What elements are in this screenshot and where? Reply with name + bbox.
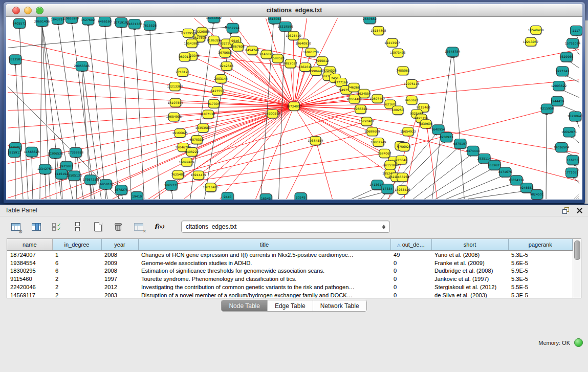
minimize-window-button[interactable] xyxy=(24,7,32,14)
new-table-icon[interactable] xyxy=(91,221,104,233)
table-row[interactable]: 1456911722003Disruption of a novel membe… xyxy=(7,291,573,298)
scrollbar-thumb[interactable] xyxy=(574,240,580,260)
graph-node-label: 12213967 xyxy=(384,41,400,45)
memory-ok-indicator-icon xyxy=(574,338,583,347)
table-row[interactable]: 911546021997Tourette syndrome. Phenomeno… xyxy=(7,275,573,283)
dropdown-stepper-icon xyxy=(382,225,385,229)
graph-node-label: 9839695 xyxy=(419,122,433,125)
graph-node-label: 989013 xyxy=(179,55,190,58)
tab-node-table[interactable]: Node Table xyxy=(222,300,268,311)
sort-ascending-icon: △ xyxy=(397,243,401,248)
table-vertical-scrollbar[interactable] xyxy=(573,239,581,298)
graph-node-label: 8912955 xyxy=(181,31,195,35)
graph-node-label: 8186328 xyxy=(207,38,221,42)
graph-node-label: 8267130 xyxy=(201,112,215,116)
float-panel-icon[interactable] xyxy=(562,207,569,214)
cytoscape-app: citations_edges.txt 940557 xyxy=(0,0,588,372)
graph-node-label: 16958107 xyxy=(98,182,114,186)
network-desktop: citations_edges.txt 940557 xyxy=(0,0,588,205)
graph-node-label: 1640954 xyxy=(431,127,445,131)
graph-node-label: 16154808 xyxy=(371,29,386,32)
graph-node-label: 16033809 xyxy=(206,17,222,19)
graph-node-label: 15720407 xyxy=(359,119,375,123)
table-row[interactable]: 2242004622012Investigating the contribut… xyxy=(7,283,573,291)
graph-node-label: 8958923 xyxy=(440,135,453,139)
graph-node-label: 2803144 xyxy=(214,77,228,80)
graph-node-label: 20053346 xyxy=(74,64,90,68)
graph-node-label: 17334 xyxy=(383,187,393,190)
graph-node-label: 18300295 xyxy=(265,112,280,115)
close-window-button[interactable] xyxy=(12,7,20,14)
window-resize-grip[interactable] xyxy=(574,193,579,199)
graph-node-label: 18724007 xyxy=(286,104,302,108)
table-settings-icon[interactable]: ⚙ xyxy=(9,221,23,233)
graph-node-label: 18107554 xyxy=(167,101,183,104)
graph-node-label: 2867608 xyxy=(231,45,245,49)
network-window-titlebar[interactable]: citations_edges.txt xyxy=(6,4,582,17)
graph-node-label: 2935114 xyxy=(477,157,491,160)
graph-node-label: 1615182 xyxy=(383,163,397,167)
graph-node-label: 16099489 xyxy=(179,160,194,164)
graph-node-label: 11568628 xyxy=(24,150,40,154)
graph-node-label: 3684067 xyxy=(378,151,391,155)
network-view-window[interactable]: citations_edges.txt 940557 xyxy=(4,2,585,203)
graph-node-label: 15692971 xyxy=(561,130,577,134)
column-header-name[interactable]: name xyxy=(7,239,52,251)
column-header-pagerank[interactable]: pagerank xyxy=(508,239,573,251)
graph-node-label: 15654923 xyxy=(400,129,416,133)
graph-node-label: 9498222 xyxy=(185,150,199,154)
graph-node-label: 9440 xyxy=(224,195,231,199)
desktop-right-strip xyxy=(584,20,588,204)
column-visibility-icon[interactable] xyxy=(30,221,43,233)
graph-node-label: 116753 xyxy=(567,158,579,162)
table-row[interactable]: 1830029562008Estimation of significance … xyxy=(7,267,573,275)
graph-node-label: 9546 xyxy=(231,39,239,42)
graph-node-label: 9865771 xyxy=(164,183,178,187)
graph-node-label: 975646 xyxy=(396,158,407,162)
graph-node-label: 1244419 xyxy=(551,99,564,103)
graph-node-label: 16545 xyxy=(261,196,271,200)
graph-node-label: 9495756 xyxy=(415,116,428,120)
graph-node-label: 19325419 xyxy=(286,34,301,37)
table-panel: Table Panel ⚙ ✓ ✓ xyxy=(0,205,588,372)
graph-node-label: 9115460 xyxy=(417,106,430,110)
graph-node-label: 8471676 xyxy=(498,170,512,173)
table-row[interactable]: 1938455462009Genome-wide association stu… xyxy=(7,259,573,267)
graph-node-label: 17016504 xyxy=(554,145,570,149)
graph-node-label: 8215958 xyxy=(540,106,554,110)
column-header-in_degree[interactable]: in_degree xyxy=(52,239,101,251)
graph-node-label: 7955812 xyxy=(315,59,329,62)
tab-network-table[interactable]: Network Table xyxy=(313,300,366,311)
zoom-window-button[interactable] xyxy=(36,7,43,14)
column-header-out_de[interactable]: △out_de… xyxy=(390,239,431,251)
graph-node-label: 14671388 xyxy=(127,22,143,26)
close-panel-icon[interactable] xyxy=(576,207,583,214)
graph-node-label: 9463254 xyxy=(396,175,409,179)
delete-table-icon: ✕ xyxy=(132,221,145,233)
graph-node-label: 9975887 xyxy=(60,164,74,168)
table-row[interactable]: 1872400712008Changes of HCN gene express… xyxy=(7,251,573,259)
graph-node-label: 7615526 xyxy=(143,24,157,27)
graph-node-label: 7485063 xyxy=(396,69,410,72)
column-header-short[interactable]: short xyxy=(431,239,508,251)
table-panel-title: Table Panel xyxy=(5,207,562,214)
table-toolbar: ⚙ ✓ ✓ ✕ f(x) xyxy=(0,216,588,237)
delete-row-icon[interactable] xyxy=(112,221,125,233)
column-header-title[interactable]: title xyxy=(138,239,390,251)
graph-node-label: 10688609 xyxy=(364,129,380,133)
row-selection-icon[interactable]: ✓ ✓ xyxy=(50,221,63,233)
tab-edge-table[interactable]: Edge Table xyxy=(268,300,313,311)
graph-node-label: 9227343 xyxy=(556,69,570,73)
column-header-year[interactable]: year xyxy=(101,239,138,251)
function-builder-icon[interactable]: f(x) xyxy=(153,221,166,233)
graph-node-label: 19384554 xyxy=(308,139,323,142)
graph-node-label: 1362615 xyxy=(298,65,312,69)
graph-node-label: 18807249 xyxy=(371,140,386,144)
row-height-icon[interactable] xyxy=(71,221,84,233)
graph-node-label: 9242848 xyxy=(220,64,233,68)
graph-node-label: 6879197 xyxy=(453,142,467,145)
network-graph-canvas[interactable]: 9405572206914061843714106532871527602646… xyxy=(6,17,582,200)
table-selector-dropdown[interactable]: citations_edges.txt xyxy=(181,221,390,233)
citation-network-graph: 9405572206914061843714106532871527602646… xyxy=(6,17,582,200)
graph-node-label: 9756928 xyxy=(397,145,411,148)
